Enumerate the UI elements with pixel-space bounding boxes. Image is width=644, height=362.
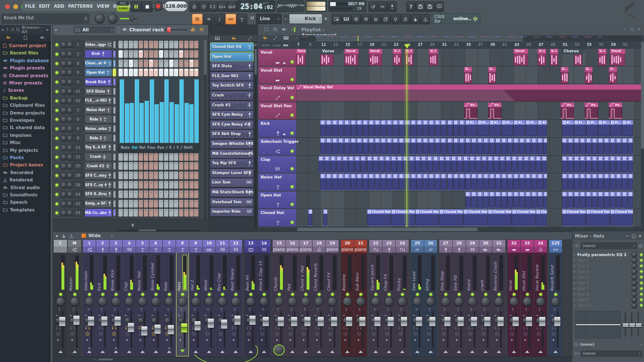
- pattern-clip[interactable]: [513, 138, 519, 155]
- strip-number[interactable]: 8: [176, 240, 189, 247]
- strip-route-arrow[interactable]: [400, 350, 404, 353]
- picker-item-overhead-tom[interactable]: Overhead Tom: [210, 198, 253, 207]
- strip-number[interactable]: 24: [396, 240, 409, 247]
- step-cell[interactable]: [179, 190, 183, 198]
- step-cell[interactable]: [144, 209, 148, 217]
- pattern-clip[interactable]: [465, 192, 471, 208]
- pattern-clip[interactable]: [622, 156, 628, 173]
- mixer-hscroll-thumb[interactable]: [98, 359, 113, 360]
- browser-item-recorded[interactable]: Recorded: [0, 169, 49, 176]
- step-cell[interactable]: [159, 41, 163, 48]
- pattern-clip[interactable]: [513, 174, 519, 190]
- strip-pan-knob[interactable]: [165, 297, 173, 306]
- pattern-clip[interactable]: [518, 156, 523, 173]
- step-grid-button[interactable]: [351, 14, 361, 24]
- pattern-clip[interactable]: [592, 156, 598, 173]
- strip-pan-knob[interactable]: [301, 297, 310, 306]
- step-cell[interactable]: [164, 162, 168, 170]
- wait-input-button[interactable]: [199, 1, 208, 12]
- strip-pan-knob[interactable]: [551, 297, 560, 306]
- step-cell[interactable]: [144, 190, 148, 198]
- channel-number[interactable]: 44: [73, 191, 83, 198]
- fader-cap[interactable]: [101, 316, 108, 326]
- channel-number[interactable]: 6: [73, 116, 83, 123]
- step-cell[interactable]: [194, 69, 198, 76]
- channel-enable-led[interactable]: [55, 202, 58, 205]
- close-traffic-light[interactable]: [5, 4, 10, 9]
- channel-number[interactable]: 31: [73, 154, 83, 160]
- pattern-add-button[interactable]: +: [323, 15, 329, 23]
- browser-item-misc[interactable]: Misc: [0, 139, 49, 146]
- pattern-clip[interactable]: [409, 156, 415, 173]
- strip-led[interactable]: [208, 293, 211, 296]
- strip-sep-arrows[interactable]: ▴▾: [262, 307, 264, 311]
- pattern-clip[interactable]: [489, 174, 495, 190]
- browser-item-templates[interactable]: Templates: [0, 206, 49, 214]
- strip-sep-arrows[interactable]: ▴▾: [359, 307, 360, 311]
- channel-target-strip[interactable]: [113, 135, 115, 142]
- step-cell[interactable]: [154, 181, 158, 189]
- pattern-clip[interactable]: [616, 192, 622, 208]
- strip-pan-arrows[interactable]: ◂▸: [191, 314, 194, 317]
- channel-enable-led[interactable]: [55, 53, 58, 56]
- step-cell[interactable]: [189, 162, 194, 170]
- pattern-clip[interactable]: [355, 156, 360, 173]
- playhead-marker[interactable]: [404, 44, 410, 48]
- graph-bar[interactable]: [164, 79, 169, 143]
- channel-enable-led[interactable]: [55, 184, 58, 187]
- step-cell[interactable]: [129, 69, 133, 76]
- audio-clip[interactable]: V..l: [550, 49, 559, 66]
- strip-sep-arrows[interactable]: ▴▾: [304, 307, 305, 311]
- strip-pan-arrows[interactable]: ◂▸: [274, 314, 277, 317]
- pattern-clip[interactable]: [471, 138, 477, 155]
- channel-number[interactable]: 9: [73, 69, 83, 76]
- strip-pan-knob[interactable]: [510, 297, 518, 306]
- mixer-menu-arrow[interactable]: ▸: [56, 233, 58, 238]
- mixer-strip-sidechain[interactable]: 1Sidechain▴▾◂▸: [83, 240, 96, 356]
- pattern-prev-button[interactable]: ▸: [283, 14, 289, 24]
- step-cell[interactable]: [154, 41, 158, 48]
- pattern-clip[interactable]: [470, 156, 475, 173]
- pattern-clip[interactable]: [332, 138, 338, 155]
- browser-item-rendered[interactable]: Rendered: [0, 176, 49, 184]
- channel-target-strip[interactable]: [113, 191, 115, 198]
- channel-vol-knob[interactable]: [67, 117, 73, 122]
- strip-route-arrow[interactable]: [415, 350, 419, 353]
- pattern-clip[interactable]: [411, 120, 416, 137]
- browser-item-recent-files[interactable]: Recent files: [0, 49, 49, 57]
- pattern-clip[interactable]: [441, 174, 447, 190]
- step-cell[interactable]: [139, 41, 143, 48]
- strip-stereo-knob[interactable]: [138, 318, 143, 323]
- step-cell[interactable]: [129, 181, 133, 189]
- slot-mix-knob[interactable]: [632, 263, 637, 268]
- step-cell[interactable]: [134, 200, 138, 208]
- strip-pan-knob[interactable]: [125, 297, 134, 306]
- pattern-clip[interactable]: [494, 156, 499, 173]
- pattern-clip[interactable]: [580, 138, 586, 155]
- fader-cap[interactable]: [207, 318, 214, 328]
- fader-cap[interactable]: [471, 317, 477, 326]
- step-cell[interactable]: [139, 172, 143, 179]
- strip-pan-arrows[interactable]: ◂▸: [204, 314, 207, 317]
- strip-sep-arrows[interactable]: ▴▾: [234, 307, 235, 311]
- picker-item-toy-rip-sfx[interactable]: Toy Rip SFX: [210, 159, 253, 168]
- export-project-button[interactable]: [420, 14, 430, 24]
- strip-route-arrow[interactable]: [100, 350, 105, 353]
- browser-up[interactable]: ↑: [6, 27, 9, 32]
- panel-output-selector[interactable]: (none)▸: [581, 350, 643, 357]
- step-cell[interactable]: [129, 190, 133, 198]
- strip-number[interactable]: 23: [383, 240, 395, 247]
- channel-vol-knob[interactable]: [67, 173, 73, 178]
- loop-record-button[interactable]: Ш↺: [227, 1, 237, 12]
- strip-pan-arrows[interactable]: ◂▸: [343, 314, 345, 317]
- channel-enable-led[interactable]: [55, 43, 58, 46]
- strip-sep-arrows[interactable]: ▴▾: [374, 307, 375, 311]
- pattern-clip[interactable]: [471, 192, 477, 208]
- strip-pan-arrows[interactable]: ◂▸: [85, 314, 87, 317]
- graph-bar[interactable]: [160, 102, 164, 143]
- strip-pan-knob[interactable]: [218, 297, 227, 306]
- pattern-clip[interactable]: Ki..#2: [610, 120, 622, 137]
- pattern-clip[interactable]: [507, 192, 513, 208]
- fx-slot-1[interactable]: ▸Fruity parametric EQ 2: [574, 252, 643, 257]
- step-cell[interactable]: [118, 209, 123, 217]
